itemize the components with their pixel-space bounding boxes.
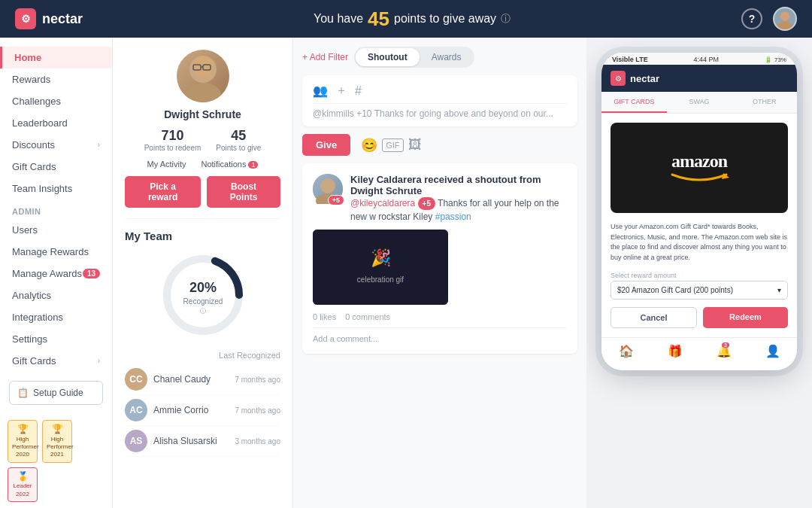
- sidebar-item-manage-awards[interactable]: Manage Awards 13: [0, 263, 112, 284]
- image-icon[interactable]: 🖼: [408, 137, 422, 153]
- manage-awards-badge: 13: [83, 269, 100, 278]
- notifications-link[interactable]: Notifications 1: [201, 160, 258, 169]
- svg-text:celebration gif: celebration gif: [357, 275, 404, 284]
- member-avatar-3: AS: [125, 430, 147, 452]
- tab-shoutout[interactable]: Shoutout: [356, 48, 420, 66]
- smile-icon[interactable]: 😊: [361, 137, 377, 154]
- points-give-label: Points to give: [216, 144, 261, 152]
- sidebar-item-settings[interactable]: Settings: [0, 328, 112, 350]
- profile-name: Dwight Schrute: [125, 108, 280, 120]
- sidebar-item-users[interactable]: Users: [0, 219, 112, 241]
- help-button[interactable]: ?: [741, 8, 762, 29]
- member-name-3: Alisha Slusarski: [153, 436, 217, 446]
- phone-nav-profile[interactable]: 👤: [748, 344, 797, 358]
- compose-input[interactable]: @kimmills +10 Thanks for going above and…: [313, 103, 567, 119]
- phone-header: ⚙ nectar: [601, 65, 797, 92]
- phone-tab-other[interactable]: OTHER: [732, 92, 797, 113]
- svg-text:Recognized: Recognized: [183, 297, 223, 306]
- add-filter-button[interactable]: + Add Filter: [302, 52, 348, 62]
- sidebar-item-integrations[interactable]: Integrations: [0, 306, 112, 328]
- team-member-1: CC Chanel Caudy 7 months ago: [125, 364, 280, 395]
- cancel-button[interactable]: Cancel: [611, 307, 697, 328]
- svg-rect-15: [313, 230, 448, 305]
- tab-awards[interactable]: Awards: [420, 48, 474, 66]
- reward-amount-select[interactable]: $20 Amazon Gift Card (200 points) ▾: [611, 281, 788, 300]
- amazon-description: Use your Amazon.com Gift Card* towards B…: [601, 222, 797, 269]
- top-navigation: ⚙ nectar You have 45 points to give away…: [0, 0, 812, 38]
- badge-2021: 🏆 HighPerformer2021: [42, 420, 72, 463]
- chevron-icon: ›: [98, 141, 100, 149]
- phone-nav-bell[interactable]: 🔔 3: [699, 344, 748, 358]
- svg-point-4: [185, 83, 221, 102]
- feed-avatar: +5: [313, 174, 343, 204]
- sidebar-item-gift-cards-admin[interactable]: Gift Cards ›: [0, 350, 112, 372]
- phone-bottom-nav: 🏠 🎁 🔔 3 👤: [601, 337, 797, 361]
- chevron-icon-2: ›: [98, 357, 100, 365]
- hashtag-text: #passion: [435, 211, 471, 222]
- feed-card-header: +5 Kiley Caldarera received a shoutout f…: [313, 174, 567, 224]
- logo-icon: ⚙: [15, 8, 36, 29]
- phone-panel: Visible LTE 4:44 PM 🔋 73% ⚙ nectar GIFT …: [586, 38, 812, 508]
- info-icon: ⓘ: [501, 12, 511, 26]
- action-buttons: Pick a reward Boost Points: [125, 176, 280, 208]
- people-icon: 👥: [313, 84, 328, 98]
- give-button[interactable]: Give: [302, 134, 350, 156]
- profile-section: Dwight Schrute 710 Points to redeem 45 P…: [125, 50, 280, 219]
- user-avatar-top[interactable]: [773, 7, 797, 31]
- sidebar-item-manage-rewards[interactable]: Manage Rewards: [0, 241, 112, 263]
- phone-tab-swag[interactable]: SWAG: [667, 92, 732, 113]
- member-name-1: Chanel Caudy: [153, 374, 211, 385]
- phone-nav-home[interactable]: 🏠: [601, 344, 650, 358]
- top-nav-right: ?: [741, 7, 797, 31]
- gif-icon[interactable]: GIF: [382, 138, 403, 152]
- sidebar-item-team-insights[interactable]: Team Insights: [0, 178, 112, 199]
- pick-reward-button[interactable]: Pick a reward: [125, 176, 201, 208]
- plus-icon: ＋: [335, 83, 347, 99]
- redeem-button[interactable]: Redeem: [703, 307, 788, 328]
- phone-nav-gift[interactable]: 🎁: [650, 344, 699, 358]
- sidebar-item-rewards[interactable]: Rewards: [0, 68, 112, 90]
- sidebar: Home Rewards Challenges Leaderboard Disc…: [0, 38, 113, 508]
- sidebar-item-home[interactable]: Home: [0, 47, 112, 68]
- member-avatar-1: CC: [125, 368, 147, 391]
- feed-actions: 0 likes 0 comments: [313, 312, 567, 321]
- phone-footer-space: [601, 361, 797, 370]
- avatar-image: [177, 50, 229, 102]
- my-activity-link[interactable]: My Activity: [147, 160, 186, 169]
- battery-text: 73%: [774, 56, 786, 63]
- badge-2020: 🏆 HighPerformer2020: [8, 420, 38, 463]
- award-badges: 🏆 HighPerformer2020 🏆 HighPerformer2021 …: [0, 414, 112, 508]
- main-content: Dwight Schrute 710 Points to redeem 45 P…: [113, 38, 812, 508]
- phone-tab-gift-cards[interactable]: GIFT CARDS: [601, 92, 667, 113]
- phone-status-left: Visible LTE: [612, 56, 648, 63]
- amazon-smile-svg: [669, 172, 729, 185]
- points-redeem-value: 710: [144, 128, 201, 144]
- sidebar-item-leaderboard[interactable]: Leaderboard: [0, 112, 112, 134]
- phone-action-buttons: Cancel Redeem: [601, 307, 797, 337]
- phone-logo-icon: ⚙: [611, 71, 626, 86]
- feed-card: +5 Kiley Caldarera received a shoutout f…: [302, 163, 577, 354]
- sidebar-item-discounts[interactable]: Discounts ›: [0, 134, 112, 156]
- points-redeem-label: Points to redeem: [144, 144, 201, 152]
- selected-option-text: $20 Amazon Gift Card (200 points): [617, 286, 733, 294]
- give-row: Give 😊 GIF 🖼: [302, 134, 577, 156]
- sidebar-item-analytics[interactable]: Analytics: [0, 284, 112, 306]
- setup-guide-button[interactable]: 📋 Setup Guide: [9, 381, 103, 405]
- select-reward-label: Select reward amount: [601, 269, 797, 281]
- svg-point-13: [320, 178, 335, 193]
- member-time-2: 7 months ago: [235, 406, 280, 415]
- sidebar-item-gift-cards[interactable]: Gift Cards: [0, 156, 112, 178]
- last-recognized-label: Last Recognized: [125, 351, 280, 360]
- svg-text:ⓘ: ⓘ: [200, 308, 206, 315]
- points-inline: +5: [418, 197, 435, 210]
- logo-text: nectar: [42, 11, 83, 27]
- sidebar-item-challenges[interactable]: Challenges: [0, 90, 112, 112]
- stat-redeem: 710 Points to redeem: [144, 128, 201, 152]
- svg-text:20%: 20%: [189, 280, 216, 295]
- feed-card-recipient: Kiley Caldarera received a shoutout from…: [350, 174, 567, 196]
- dropdown-chevron-icon: ▾: [777, 286, 781, 294]
- boost-points-button[interactable]: Boost Points: [207, 176, 280, 208]
- title-suffix: points to give away: [394, 12, 496, 26]
- add-comment-input[interactable]: Add a comment...: [313, 327, 567, 343]
- donut-chart: 20% Recognized ⓘ: [125, 250, 280, 343]
